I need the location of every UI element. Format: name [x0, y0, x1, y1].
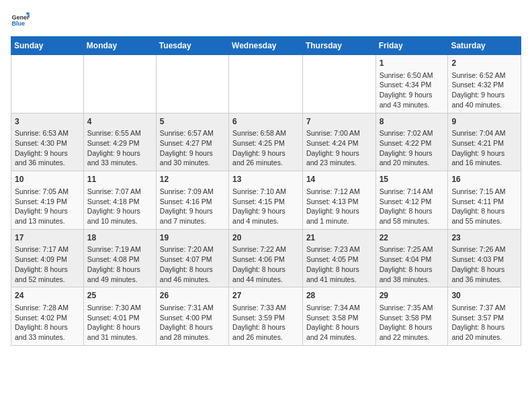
day-info: Sunrise: 7:26 AMSunset: 4:03 PMDaylight:… [451, 244, 517, 284]
header-thursday: Thursday [302, 37, 375, 55]
day-info: Sunrise: 6:58 AMSunset: 4:25 PMDaylight:… [232, 128, 299, 168]
day-number: 27 [232, 290, 299, 302]
day-cell-4-3: 19Sunrise: 7:20 AMSunset: 4:07 PMDayligh… [156, 229, 228, 287]
header-sunday: Sunday [11, 37, 84, 55]
day-cell-3-6: 15Sunrise: 7:14 AMSunset: 4:12 PMDayligh… [375, 171, 448, 230]
day-cell-4-2: 18Sunrise: 7:19 AMSunset: 4:08 PMDayligh… [83, 229, 156, 287]
week-row-4: 17Sunrise: 7:17 AMSunset: 4:09 PMDayligh… [11, 229, 521, 287]
day-number: 29 [380, 290, 445, 302]
day-number: 8 [380, 116, 445, 128]
day-number: 6 [232, 116, 299, 128]
day-cell-4-5: 21Sunrise: 7:23 AMSunset: 4:05 PMDayligh… [302, 229, 375, 287]
day-cell-3-4: 13Sunrise: 7:10 AMSunset: 4:15 PMDayligh… [229, 171, 303, 230]
day-info: Sunrise: 7:07 AMSunset: 4:18 PMDaylight:… [87, 187, 152, 226]
day-info: Sunrise: 7:20 AMSunset: 4:07 PMDaylight:… [160, 244, 225, 284]
day-number: 25 [87, 290, 152, 302]
day-cell-4-7: 23Sunrise: 7:26 AMSunset: 4:03 PMDayligh… [448, 229, 521, 287]
day-info: Sunrise: 7:22 AMSunset: 4:06 PMDaylight:… [232, 244, 299, 284]
day-info: Sunrise: 7:12 AMSunset: 4:13 PMDaylight:… [306, 187, 372, 226]
week-row-1: 1Sunrise: 6:50 AMSunset: 4:34 PMDaylight… [11, 55, 521, 113]
day-cell-2-6: 8Sunrise: 7:02 AMSunset: 4:22 PMDaylight… [375, 113, 448, 171]
day-cell-2-1: 3Sunrise: 6:53 AMSunset: 4:30 PMDaylight… [11, 113, 84, 171]
day-number: 11 [87, 174, 152, 185]
day-cell-4-1: 17Sunrise: 7:17 AMSunset: 4:09 PMDayligh… [11, 229, 84, 287]
day-cell-4-6: 22Sunrise: 7:25 AMSunset: 4:04 PMDayligh… [375, 229, 448, 287]
day-cell-5-5: 28Sunrise: 7:34 AMSunset: 3:58 PMDayligh… [302, 287, 375, 346]
week-row-3: 10Sunrise: 7:05 AMSunset: 4:19 PMDayligh… [11, 171, 521, 230]
day-number: 2 [451, 58, 517, 69]
header: General Blue [11, 11, 521, 30]
day-number: 22 [380, 232, 445, 244]
svg-text:Blue: Blue [11, 20, 25, 27]
day-info: Sunrise: 7:09 AMSunset: 4:16 PMDaylight:… [160, 187, 225, 226]
day-cell-5-7: 30Sunrise: 7:37 AMSunset: 3:57 PMDayligh… [448, 287, 521, 346]
day-info: Sunrise: 6:53 AMSunset: 4:30 PMDaylight:… [15, 128, 80, 168]
day-cell-1-2 [83, 55, 156, 113]
day-cell-1-7: 2Sunrise: 6:52 AMSunset: 4:32 PMDaylight… [448, 55, 521, 113]
day-number: 10 [15, 174, 80, 185]
day-cell-5-1: 24Sunrise: 7:28 AMSunset: 4:02 PMDayligh… [11, 287, 84, 346]
day-info: Sunrise: 7:10 AMSunset: 4:15 PMDaylight:… [232, 187, 299, 226]
day-info: Sunrise: 7:02 AMSunset: 4:22 PMDaylight:… [380, 128, 445, 168]
day-number: 18 [87, 232, 152, 244]
header-saturday: Saturday [448, 37, 521, 55]
day-info: Sunrise: 7:31 AMSunset: 4:00 PMDaylight:… [160, 303, 225, 342]
week-row-2: 3Sunrise: 6:53 AMSunset: 4:30 PMDaylight… [11, 113, 521, 171]
day-cell-3-2: 11Sunrise: 7:07 AMSunset: 4:18 PMDayligh… [83, 171, 156, 230]
day-info: Sunrise: 6:52 AMSunset: 4:32 PMDaylight:… [451, 71, 517, 110]
day-number: 13 [232, 174, 299, 185]
day-info: Sunrise: 7:30 AMSunset: 4:01 PMDaylight:… [87, 303, 152, 342]
day-info: Sunrise: 7:19 AMSunset: 4:08 PMDaylight:… [87, 244, 152, 284]
day-info: Sunrise: 7:14 AMSunset: 4:12 PMDaylight:… [380, 187, 445, 226]
day-cell-2-2: 4Sunrise: 6:55 AMSunset: 4:29 PMDaylight… [83, 113, 156, 171]
calendar-header-row: SundayMondayTuesdayWednesdayThursdayFrid… [11, 37, 521, 55]
day-cell-5-4: 27Sunrise: 7:33 AMSunset: 3:59 PMDayligh… [229, 287, 303, 346]
header-tuesday: Tuesday [156, 37, 228, 55]
day-cell-1-5 [302, 55, 375, 113]
day-info: Sunrise: 7:35 AMSunset: 3:58 PMDaylight:… [380, 303, 445, 342]
day-cell-5-6: 29Sunrise: 7:35 AMSunset: 3:58 PMDayligh… [375, 287, 448, 346]
day-number: 14 [306, 174, 372, 185]
day-cell-3-1: 10Sunrise: 7:05 AMSunset: 4:19 PMDayligh… [11, 171, 84, 230]
header-wednesday: Wednesday [229, 37, 303, 55]
header-monday: Monday [83, 37, 156, 55]
day-cell-5-2: 25Sunrise: 7:30 AMSunset: 4:01 PMDayligh… [83, 287, 156, 346]
day-info: Sunrise: 6:50 AMSunset: 4:34 PMDaylight:… [380, 71, 445, 110]
day-number: 16 [451, 174, 517, 185]
day-number: 4 [87, 116, 152, 128]
day-number: 12 [160, 174, 225, 185]
week-row-5: 24Sunrise: 7:28 AMSunset: 4:02 PMDayligh… [11, 287, 521, 346]
day-number: 5 [160, 116, 225, 128]
day-info: Sunrise: 7:04 AMSunset: 4:21 PMDaylight:… [451, 128, 517, 168]
day-cell-1-3 [156, 55, 228, 113]
day-number: 24 [15, 290, 80, 302]
day-cell-3-7: 16Sunrise: 7:15 AMSunset: 4:11 PMDayligh… [448, 171, 521, 230]
day-number: 20 [232, 232, 299, 244]
day-number: 17 [15, 232, 80, 244]
day-cell-1-4 [229, 55, 303, 113]
day-cell-3-5: 14Sunrise: 7:12 AMSunset: 4:13 PMDayligh… [302, 171, 375, 230]
day-cell-2-4: 6Sunrise: 6:58 AMSunset: 4:25 PMDaylight… [229, 113, 303, 171]
day-info: Sunrise: 6:57 AMSunset: 4:27 PMDaylight:… [160, 128, 225, 168]
day-number: 15 [380, 174, 445, 185]
day-cell-2-3: 5Sunrise: 6:57 AMSunset: 4:27 PMDaylight… [156, 113, 228, 171]
day-cell-1-6: 1Sunrise: 6:50 AMSunset: 4:34 PMDaylight… [375, 55, 448, 113]
day-info: Sunrise: 7:17 AMSunset: 4:09 PMDaylight:… [15, 244, 80, 284]
day-number: 1 [380, 58, 445, 69]
header-friday: Friday [375, 37, 448, 55]
day-info: Sunrise: 7:37 AMSunset: 3:57 PMDaylight:… [451, 303, 517, 342]
day-info: Sunrise: 7:00 AMSunset: 4:24 PMDaylight:… [306, 128, 372, 168]
day-info: Sunrise: 7:34 AMSunset: 3:58 PMDaylight:… [306, 303, 372, 342]
day-info: Sunrise: 7:25 AMSunset: 4:04 PMDaylight:… [380, 244, 445, 284]
day-info: Sunrise: 7:23 AMSunset: 4:05 PMDaylight:… [306, 244, 372, 284]
day-number: 30 [451, 290, 517, 302]
day-number: 21 [306, 232, 372, 244]
day-info: Sunrise: 7:15 AMSunset: 4:11 PMDaylight:… [451, 187, 517, 226]
day-number: 9 [451, 116, 517, 128]
calendar-table: SundayMondayTuesdayWednesdayThursdayFrid… [11, 36, 521, 346]
day-number: 26 [160, 290, 225, 302]
day-cell-3-3: 12Sunrise: 7:09 AMSunset: 4:16 PMDayligh… [156, 171, 228, 230]
day-number: 28 [306, 290, 372, 302]
day-info: Sunrise: 7:28 AMSunset: 4:02 PMDaylight:… [15, 303, 80, 342]
day-info: Sunrise: 6:55 AMSunset: 4:29 PMDaylight:… [87, 128, 152, 168]
